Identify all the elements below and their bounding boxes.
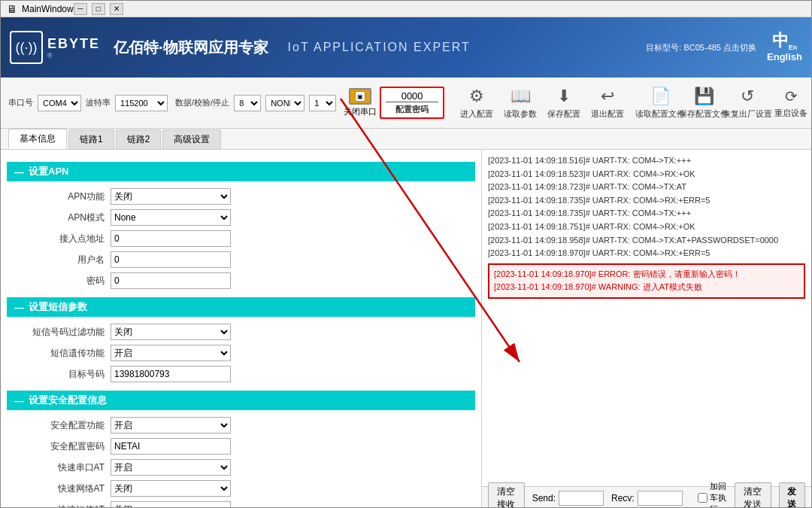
port-icon-inner: ▣ [355, 91, 365, 102]
apn-address-row: 接入点地址 [7, 228, 475, 249]
enter-config-label: 进入配置 [460, 108, 493, 120]
sec-func-select[interactable]: 开启 [111, 417, 231, 433]
log-line: [2023-11-01 14:09:18.735]# UART-TX: COM4… [488, 207, 805, 221]
language-button[interactable]: 中En English [767, 32, 802, 62]
apn-password-row: 密码 [7, 270, 475, 291]
read-config-file-button[interactable]: 📄 读取配置文件 [640, 81, 680, 125]
apn-mode-label: APN模式 [14, 211, 105, 224]
sms-target-row: 目标号码 [7, 364, 475, 385]
sms-filter-select[interactable]: 关闭 [111, 324, 231, 340]
minimize-button[interactable]: ─ [74, 3, 87, 15]
port-select[interactable]: COM4 [38, 95, 81, 111]
brand-name: EBYTE [47, 36, 100, 52]
exit-config-button[interactable]: ↩ 退出配置 [587, 81, 628, 125]
read-config-file-label: 读取配置文件 [635, 108, 685, 120]
save-config-label: 保存配置 [547, 108, 580, 120]
read-config-file-icon: 📄 [650, 87, 671, 106]
section-apn-line: — [14, 166, 24, 178]
sms-target-input[interactable] [111, 366, 231, 382]
log-line: [2023-11-01 14:09:18.970]# ERROR: 密码错误，请… [494, 268, 799, 281]
close-port-label: 关闭串口 [344, 106, 377, 117]
sms-forward-row: 短信遗传功能 开启 [7, 342, 475, 364]
loop-exec-label[interactable]: 加回车执行 [698, 481, 727, 508]
apn-function-select[interactable]: 关闭 [111, 188, 231, 205]
send-button[interactable]: 发送 [779, 482, 805, 509]
data-select[interactable]: 8 [234, 95, 261, 111]
stop-select[interactable]: 1 [309, 95, 336, 111]
sms-forward-label: 短信遗传功能 [14, 347, 105, 360]
clear-recv-button[interactable]: 清空接收 [488, 482, 525, 509]
tab-advanced[interactable]: 高级设置 [162, 129, 221, 149]
section-sms-title: 设置短信参数 [29, 300, 87, 314]
send-input[interactable] [559, 491, 604, 506]
exit-config-label: 退出配置 [591, 108, 624, 120]
password-input[interactable] [386, 90, 438, 102]
sec-func-row: 安全配置功能 开启 [7, 415, 475, 436]
log-error-box: [2023-11-01 14:09:18.970]# ERROR: 密码错误，请… [488, 263, 805, 299]
restart-device-button[interactable]: ⟳ 重启设备 [771, 81, 811, 125]
tab-basic-info[interactable]: 基本信息 [8, 129, 67, 149]
title-bar: 🖥 MainWindow ─ □ ✕ [1, 1, 811, 17]
window-container: 🖥 MainWindow ─ □ ✕ ((·)) EBYTE ® 亿佰特·物联网… [0, 0, 812, 508]
target-info[interactable]: 目标型号: BC05-485 点击切换 [646, 42, 756, 53]
target-label: 目标型号: BC05-485 点击切换 [646, 42, 756, 53]
apn-user-label: 用户名 [14, 254, 105, 266]
log-area: [2023-11-01 14:09:18.516]# UART-TX: COM4… [482, 150, 811, 486]
port-label: 串口号 [8, 97, 33, 108]
log-line: [2023-11-01 14:09:18.723]# UART-TX: COM4… [488, 181, 805, 194]
read-params-label: 读取参数 [504, 108, 537, 120]
clear-send-button[interactable]: 清空发送 [735, 482, 771, 509]
section-sms-header: — 设置短信参数 [7, 297, 475, 317]
save-config-file-button[interactable]: 💾 保存配置文件 [683, 81, 724, 125]
apn-password-input[interactable] [111, 272, 231, 289]
apn-mode-row: APN模式 None [7, 207, 475, 228]
sec-network-at-select[interactable]: 关闭 [111, 480, 231, 497]
section-security-header: — 设置安全配置信息 [7, 391, 475, 410]
recv-input[interactable] [638, 491, 683, 506]
sec-serial-at-select[interactable]: 开启 [111, 459, 231, 476]
apn-address-label: 接入点地址 [14, 233, 105, 245]
save-config-icon: ⬇ [557, 87, 571, 106]
parity-select[interactable]: NONE [265, 95, 304, 111]
password-label: 配置密码 [395, 104, 429, 115]
apn-password-label: 密码 [14, 275, 105, 287]
exit-config-icon: ↩ [601, 87, 614, 106]
sec-password-input[interactable] [111, 438, 231, 455]
sms-forward-select[interactable]: 开启 [111, 345, 231, 361]
apn-mode-select[interactable]: None [111, 209, 231, 226]
header-right: 目标型号: BC05-485 点击切换 中En English [646, 17, 802, 78]
recv-label: Recv: [611, 493, 635, 503]
close-port-button[interactable]: ▣ 关闭串口 [344, 84, 377, 122]
save-config-file-icon: 💾 [694, 87, 714, 106]
enter-config-button[interactable]: ⚙ 进入配置 [456, 81, 497, 125]
log-line: [2023-11-01 14:09:18.735]# UART-RX: COM4… [488, 194, 805, 208]
sec-sms-at-label: 快速短信AT [14, 503, 105, 509]
log-line: [2023-11-01 14:09:18.751]# UART-RX: COM4… [488, 221, 805, 234]
loop-exec-checkbox[interactable] [698, 493, 707, 503]
sms-target-label: 目标号码 [14, 368, 105, 381]
title-bar-controls: ─ □ ✕ [74, 3, 123, 15]
maximize-button[interactable]: □ [92, 3, 105, 15]
apn-user-input[interactable] [111, 251, 231, 268]
apn-address-input[interactable] [111, 230, 231, 247]
brand-slogan: 亿佰特·物联网应用专家 [114, 38, 268, 58]
restore-factory-label: 恢复出厂设置 [723, 108, 772, 120]
tab-link2[interactable]: 链路2 [116, 129, 162, 149]
save-config-file-label: 保存配置文件 [679, 108, 729, 120]
restore-factory-button[interactable]: ↺ 恢复出厂设置 [727, 81, 768, 125]
section-sms-line: — [14, 302, 24, 313]
sec-password-row: 安全配置密码 [7, 436, 475, 457]
read-params-button[interactable]: 📖 读取参数 [500, 81, 541, 125]
baud-select[interactable]: 115200 [115, 95, 168, 111]
apn-function-row: APN功能 关闭 [7, 186, 475, 207]
tab-link1[interactable]: 链路1 [68, 129, 114, 149]
sms-filter-label: 短信号码过滤功能 [14, 326, 105, 339]
toolbar: 串口号 COM4 波特率 115200 数据/校验/停止 8 NONE 1 [1, 78, 811, 129]
save-config-button[interactable]: ⬇ 保存配置 [544, 81, 584, 125]
status-bar: 清空接收 Send: Recv: 加回车执行 清空发送 发送 [482, 486, 811, 508]
close-button[interactable]: ✕ [110, 3, 123, 15]
sec-network-at-row: 快速网络AT 关闭 [7, 478, 475, 499]
data-label: 数据/校验/停止 [175, 97, 229, 108]
lang-label: English [767, 51, 802, 62]
sec-sms-at-select[interactable]: 关闭 [111, 501, 231, 508]
